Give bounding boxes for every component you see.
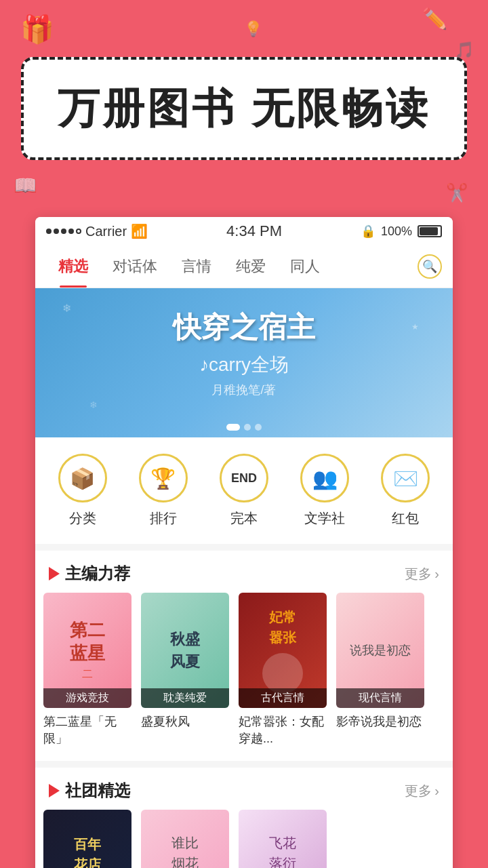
book-cover-2: 秋盛风夏 耽美纯爱 — [141, 593, 229, 708]
tab-tongren[interactable]: 同人 — [278, 245, 332, 288]
category-icon-circle: 📦 — [58, 454, 107, 502]
battery-icon — [418, 225, 442, 237]
carrier-name: Carrier — [85, 224, 127, 239]
editor-picks-title: 主编力荐 — [65, 563, 130, 585]
quick-icons-section: 📦 分类 🏆 排行 END 完本 👥 文学社 ✉️ 红包 — [35, 437, 453, 544]
icon-completed[interactable]: END 完本 — [220, 454, 268, 528]
completed-icon-circle: END — [220, 454, 268, 502]
tab-yanqing[interactable]: 言情 — [169, 245, 224, 288]
editor-picks-title-group: 主编力荐 — [49, 563, 130, 585]
editor-picks-books: 第二蓝星 二 游戏竞技 第二蓝星「无限」 秋盛风夏 耽美纯爱 盛夏秋风 — [35, 593, 453, 761]
community-picks-title-group: 社团精选 — [49, 780, 130, 802]
main-banner[interactable]: 快穿之宿主 ♪carry全场 月稚挽笔/著 ❄ ★ ❄ — [35, 288, 453, 437]
redpacket-label: 红包 — [392, 509, 419, 528]
deco-pencil: ✏️ — [422, 7, 447, 31]
dot1 — [46, 229, 52, 234]
signal-dots — [46, 229, 81, 234]
deco-book-left: 📖 — [14, 174, 37, 197]
icon-literary[interactable]: 👥 文学社 — [300, 454, 349, 528]
ranking-label: 排行 — [150, 509, 177, 528]
ranking-icon-circle: 🏆 — [139, 454, 188, 502]
battery-fill — [420, 227, 438, 235]
wifi-icon: 📶 — [131, 223, 148, 239]
phone-mockup: Carrier 📶 4:34 PM 🔒 100% 精选 对话体 言情 纯爱 同人 — [35, 217, 453, 868]
book-title-3: 妃常嚣张：女配穿越... — [239, 713, 327, 747]
dot5 — [76, 229, 81, 234]
banner-dot-2 — [244, 424, 251, 431]
book-title-1: 第二蓝星「无限」 — [43, 713, 131, 747]
book-tag-2: 耽美纯爱 — [141, 688, 229, 708]
community-picks-more[interactable]: 更多 › — [405, 782, 439, 800]
end-badge: END — [231, 471, 257, 486]
chevron-right-icon: › — [434, 566, 439, 582]
community-book-item-1[interactable]: 百年花店 🌸 轻小说 百年花店 — [43, 810, 131, 868]
top-banner: 🎁 ✏️ 🎵 📖 ✂️ 💡 万册图书 无限畅读 — [0, 0, 488, 217]
deco-scissors: ✂️ — [446, 182, 468, 203]
community-book-cover-2: 谁比烟花 🌂 现代言情 — [141, 810, 229, 868]
category-label: 分类 — [69, 509, 96, 528]
deco-lamp: 💡 — [244, 20, 262, 38]
dot3 — [61, 229, 66, 234]
status-right: 🔒 100% — [361, 224, 442, 239]
community-book-item-3[interactable]: 飞花落衍 🌸 耽美纯爱 飞花落衍 — [239, 810, 327, 868]
banner-deco-2: ★ — [411, 322, 419, 332]
literary-icon-circle: 👥 — [300, 454, 349, 502]
banner-content: 快穿之宿主 ♪carry全场 月稚挽笔/著 — [173, 309, 315, 398]
editor-picks-more[interactable]: 更多 › — [405, 565, 439, 583]
dot4 — [68, 229, 74, 234]
community-picks-title: 社团精选 — [65, 780, 130, 802]
banner-deco-3: ❄ — [89, 399, 98, 410]
banner-dots — [226, 424, 262, 431]
icon-ranking[interactable]: 🏆 排行 — [139, 454, 188, 528]
community-picks-section: 社团精选 更多 › 百年花店 🌸 轻小说 百年花店 — [35, 768, 453, 868]
tab-duihuati[interactable]: 对话体 — [100, 245, 169, 288]
editor-picks-section: 主编力荐 更多 › 第二蓝星 二 游戏竞技 第二蓝星「无限」 — [35, 551, 453, 761]
status-bar: Carrier 📶 4:34 PM 🔒 100% — [35, 217, 453, 245]
book-tag-1: 游戏竞技 — [43, 688, 131, 708]
banner-author: 月稚挽笔/著 — [173, 382, 315, 398]
tagline-box: 万册图书 无限畅读 — [21, 57, 466, 160]
lock-icon: 🔒 — [361, 224, 375, 239]
book-tag-3: 古代言情 — [239, 688, 327, 708]
book-item-2[interactable]: 秋盛风夏 耽美纯爱 盛夏秋风 — [141, 593, 229, 747]
literary-icon: 👥 — [312, 467, 338, 490]
tab-chunai[interactable]: 纯爱 — [224, 245, 278, 288]
community-picks-books: 百年花店 🌸 轻小说 百年花店 谁比烟花 🌂 现代言情 谁比烟花更 — [35, 810, 453, 868]
icon-category[interactable]: 📦 分类 — [58, 454, 107, 528]
book-title-2: 盛夏秋风 — [141, 713, 229, 730]
book-item-3[interactable]: 妃常嚣张 古代言情 妃常嚣张：女配穿越... — [239, 593, 327, 747]
community-book-cover-3: 飞花落衍 🌸 耽美纯爱 — [239, 810, 327, 868]
community-section-triangle-icon — [49, 784, 60, 797]
search-button[interactable]: 🔍 — [418, 254, 442, 279]
section-triangle-icon — [49, 567, 60, 580]
icon-redpacket[interactable]: ✉️ 红包 — [381, 454, 430, 528]
community-book-item-2[interactable]: 谁比烟花 🌂 现代言情 谁比烟花更 — [141, 810, 229, 868]
nav-tabs: 精选 对话体 言情 纯爱 同人 🔍 — [35, 245, 453, 288]
battery-percent: 100% — [381, 224, 412, 239]
literary-label: 文学社 — [304, 509, 345, 528]
status-time: 4:34 PM — [226, 222, 282, 240]
book-title-4: 影帝说我是初恋 — [336, 713, 424, 730]
banner-deco-1: ❄ — [62, 302, 71, 315]
community-chevron-right-icon: › — [434, 783, 439, 799]
banner-subtitle: ♪carry全场 — [173, 352, 315, 378]
banner-dot-1 — [226, 424, 240, 431]
completed-label: 完本 — [230, 509, 258, 528]
editor-picks-header: 主编力荐 更多 › — [35, 551, 453, 593]
banner-dot-3 — [255, 424, 262, 431]
deco-gift: 🎁 — [20, 14, 54, 45]
status-left: Carrier 📶 — [46, 223, 148, 239]
search-icon: 🔍 — [422, 259, 437, 274]
community-picks-header: 社团精选 更多 › — [35, 768, 453, 810]
redpacket-icon: ✉️ — [393, 467, 418, 490]
book-item-4[interactable]: 说我是初恋 现代言情 影帝说我是初恋 — [336, 593, 424, 747]
ranking-icon: 🏆 — [150, 467, 176, 490]
book-cover-1: 第二蓝星 二 游戏竞技 — [43, 593, 131, 708]
banner-title: 快穿之宿主 — [173, 309, 315, 347]
tab-jingxuan[interactable]: 精选 — [46, 245, 100, 288]
dot2 — [54, 229, 59, 234]
book-tag-4: 现代言情 — [336, 688, 424, 708]
book-cover-4: 说我是初恋 现代言情 — [336, 593, 424, 708]
community-book-cover-1: 百年花店 🌸 轻小说 — [43, 810, 131, 868]
book-item-1[interactable]: 第二蓝星 二 游戏竞技 第二蓝星「无限」 — [43, 593, 131, 747]
